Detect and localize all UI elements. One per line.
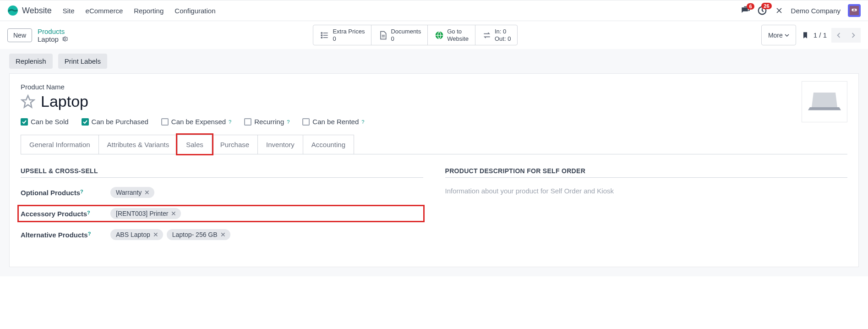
can-be-purchased-checkbox[interactable]: Can be Purchased: [82, 118, 148, 126]
app-logo[interactable]: Website: [7, 5, 52, 16]
can-be-sold-checkbox[interactable]: Can be Sold: [21, 118, 69, 126]
optional-products-tags[interactable]: Warranty ✕: [110, 187, 154, 198]
user-avatar[interactable]: [848, 4, 861, 17]
help-icon[interactable]: ?: [87, 210, 90, 215]
transfer-arrows-icon: [482, 30, 492, 40]
svg-point-11: [321, 37, 322, 38]
breadcrumb: Products Laptop: [38, 27, 68, 43]
help-icon[interactable]: ?: [88, 231, 91, 236]
messaging-icon[interactable]: 6: [740, 6, 750, 15]
inventory-moves-button[interactable]: In: 0 Out: 0: [475, 25, 517, 45]
form-sheet: Product Name Laptop Can be Sold Can be P…: [9, 73, 859, 267]
recurring-checkbox[interactable]: Recurring ?: [244, 118, 289, 126]
accessory-products-tags[interactable]: [RENT003] Printer ✕: [110, 208, 181, 219]
tab-purchase[interactable]: Purchase: [212, 135, 258, 154]
checkbox-icon: [21, 118, 28, 126]
chat-badge: 6: [747, 3, 754, 10]
smart-buttons: Extra Prices 0 Documents 0 Go to Website…: [313, 25, 518, 45]
tag-abs-laptop: ABS Laptop ✕: [110, 229, 163, 240]
help-icon[interactable]: ?: [229, 119, 231, 125]
logo-icon: [7, 5, 18, 16]
pager-count: 1 / 1: [813, 31, 827, 39]
next-button[interactable]: [846, 28, 861, 43]
checkbox-icon: [82, 118, 89, 126]
breadcrumb-parent[interactable]: Products: [38, 27, 68, 35]
remove-tag-icon[interactable]: ✕: [153, 231, 158, 238]
replenish-button[interactable]: Replenish: [9, 54, 53, 69]
help-icon[interactable]: ?: [361, 119, 364, 125]
product-type-checkboxes: Can be Sold Can be Purchased Can be Expe…: [21, 118, 847, 126]
product-name-label: Product Name: [21, 83, 847, 91]
svg-rect-2: [850, 6, 859, 15]
caret-down-icon: [785, 33, 789, 38]
control-panel: New Products Laptop Extra Prices 0 Docum…: [0, 21, 868, 49]
tab-inventory[interactable]: Inventory: [257, 135, 303, 154]
extra-prices-button[interactable]: Extra Prices 0: [313, 25, 371, 45]
app-name: Website: [22, 6, 52, 16]
top-nav: Website Site eCommerce Reporting Configu…: [0, 0, 868, 21]
product-title[interactable]: Laptop: [41, 93, 88, 110]
actions-row: Replenish Print Labels: [0, 49, 868, 73]
tools-icon[interactable]: [775, 6, 784, 15]
remove-tag-icon[interactable]: ✕: [144, 189, 150, 196]
tab-accounting[interactable]: Accounting: [303, 135, 354, 154]
prev-button[interactable]: [831, 28, 846, 43]
alternative-products-field: Alternative Products ? ABS Laptop ✕ Lapt…: [21, 229, 423, 240]
help-icon[interactable]: ?: [287, 119, 289, 125]
activity-icon[interactable]: 26: [757, 5, 767, 16]
tag-laptop-256: Laptop- 256 GB ✕: [167, 229, 230, 240]
svg-point-9: [321, 32, 322, 33]
nav-reporting[interactable]: Reporting: [134, 7, 164, 15]
alternative-products-tags[interactable]: ABS Laptop ✕ Laptop- 256 GB ✕: [110, 229, 230, 240]
self-order-section-title: PRODUCT DESCRIPTION FOR SELF ORDER: [445, 167, 848, 178]
tab-sales[interactable]: Sales: [177, 135, 212, 154]
checkbox-icon: [161, 118, 169, 126]
globe-icon: [434, 30, 444, 40]
can-be-expensed-checkbox[interactable]: Can be Expensed ?: [161, 118, 231, 126]
new-button[interactable]: New: [7, 28, 32, 42]
checkbox-icon: [302, 118, 310, 126]
remove-tag-icon[interactable]: ✕: [220, 231, 226, 238]
list-icon: [320, 30, 330, 40]
activity-badge: 26: [761, 3, 771, 9]
bookmark-icon[interactable]: [802, 31, 809, 40]
remove-tag-icon[interactable]: ✕: [171, 210, 176, 217]
company-name[interactable]: Demo Company: [791, 7, 841, 15]
more-button[interactable]: More: [761, 25, 796, 45]
can-be-rented-checkbox[interactable]: Can be Rented ?: [302, 118, 364, 126]
self-order-description-input[interactable]: Information about your product for Self …: [445, 187, 848, 195]
help-icon[interactable]: ?: [80, 189, 83, 194]
go-to-website-button[interactable]: Go to Website: [428, 25, 475, 45]
nav-ecommerce[interactable]: eCommerce: [86, 7, 123, 15]
upsell-section-title: UPSELL & CROSS-SELL: [21, 167, 423, 178]
tag-printer: [RENT003] Printer ✕: [110, 208, 181, 219]
product-image[interactable]: [802, 81, 847, 122]
documents-button[interactable]: Documents 0: [371, 25, 428, 45]
accessory-products-field: Accessory Products ? [RENT003] Printer ✕: [19, 206, 423, 221]
gear-icon[interactable]: [61, 36, 68, 42]
breadcrumb-current: Laptop: [38, 35, 68, 43]
optional-products-field: Optional Products ? Warranty ✕: [21, 187, 423, 198]
document-icon: [378, 30, 388, 40]
tab-attributes-variants[interactable]: Attributes & Variants: [98, 135, 178, 154]
tab-general-information[interactable]: General Information: [21, 135, 99, 154]
sales-tab-content: UPSELL & CROSS-SELL Optional Products ? …: [21, 154, 847, 248]
nav-site[interactable]: Site: [63, 7, 75, 15]
checkbox-icon: [244, 118, 251, 126]
tabs: General Information Attributes & Variant…: [21, 135, 847, 154]
nav-configuration[interactable]: Configuration: [175, 7, 215, 15]
favorite-star-icon[interactable]: [21, 94, 35, 109]
tag-warranty: Warranty ✕: [110, 187, 154, 198]
svg-point-10: [321, 34, 322, 36]
print-labels-button[interactable]: Print Labels: [58, 54, 107, 69]
